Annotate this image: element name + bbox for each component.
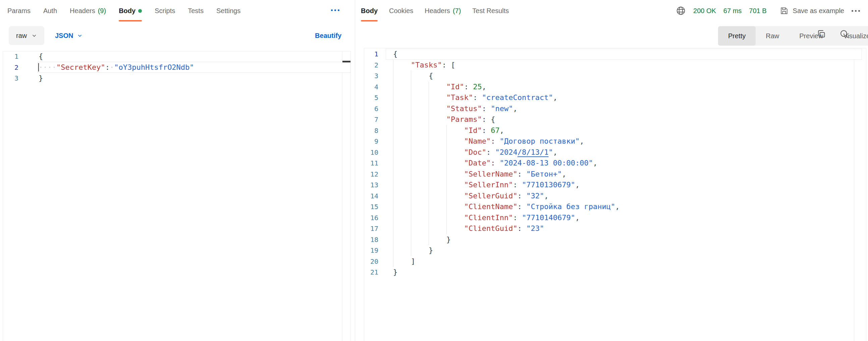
code-line[interactable]: 19} [364, 245, 854, 256]
code-line[interactable]: 2····"SecretKey":·"oY3puhHtsfrO2Ndb" [0, 62, 342, 73]
request-more-options-icon[interactable] [331, 9, 339, 11]
line-number: 6 [364, 103, 378, 114]
response-status-bar: 200 OK 67 ms 701 B Save as example [676, 0, 860, 22]
response-size[interactable]: 701 B [749, 7, 766, 15]
code-line[interactable]: 5"Task": "createContract", [364, 92, 854, 103]
gutter-spacer [378, 147, 393, 158]
tab-params[interactable]: Params [7, 0, 31, 22]
request-body-editor[interactable]: 1{2····"SecretKey":·"oY3puhHtsfrO2Ndb"3} [0, 51, 342, 84]
tab-settings[interactable]: Settings [216, 0, 241, 22]
tab-response-body[interactable]: Body [361, 0, 378, 22]
code-token: [ [451, 60, 455, 71]
code-token: "Id" [446, 82, 464, 93]
code-line[interactable]: 7"Params": { [364, 114, 854, 125]
code-line[interactable]: 15"ClientName": "Стройка без границ", [364, 201, 854, 212]
code-line[interactable]: 3} [0, 73, 342, 84]
response-tabs: Body Cookies Headers (7) Test Results [361, 0, 509, 22]
tab-test-results[interactable]: Test Results [472, 0, 509, 22]
indent-guide [411, 125, 429, 136]
view-tab-pretty[interactable]: Pretty [718, 26, 756, 46]
indent-guide [411, 82, 429, 93]
indent-guide [446, 223, 464, 234]
response-more-options-icon[interactable] [851, 10, 860, 12]
line-number: 9 [364, 136, 378, 147]
code-line[interactable]: 12"SellerName": "Бетон+", [364, 169, 854, 180]
code-line[interactable]: 2"Tasks": [ [364, 60, 854, 71]
code-token: " [549, 147, 553, 158]
indent-guide [411, 212, 429, 224]
globe-icon[interactable] [676, 6, 686, 16]
body-type-select[interactable]: raw [9, 26, 44, 45]
indent-guide [411, 201, 429, 212]
line-number: 2 [0, 62, 19, 73]
save-as-example-button[interactable]: Save as example [779, 6, 844, 16]
code-line[interactable]: 17"ClientGuid": "23" [364, 223, 854, 234]
search-icon[interactable] [838, 28, 850, 39]
code-line[interactable]: 16"ClientInn": "7710140679", [364, 212, 854, 224]
code-line[interactable]: 20] [364, 256, 854, 267]
line-number: 7 [364, 114, 378, 125]
indent-guide [393, 70, 411, 82]
code-line[interactable]: 18} [364, 234, 854, 245]
chevron-down-icon [32, 33, 37, 38]
code-token: : [518, 201, 527, 212]
indent-guide [446, 201, 464, 212]
code-line[interactable]: 1{ [364, 49, 854, 60]
indent-guide [393, 92, 411, 103]
response-time[interactable]: 67 ms [723, 7, 742, 15]
code-token: : [464, 82, 473, 93]
code-token: "SecretKey" [56, 62, 105, 73]
code-token: , [553, 147, 557, 158]
indent-guide [411, 179, 429, 191]
line-number: 13 [364, 179, 378, 191]
code-line[interactable]: 14"SellerGuid": "32", [364, 191, 854, 202]
code-token: 67 [491, 125, 500, 136]
code-line[interactable]: 6"Status": "new", [364, 103, 854, 114]
code-token: : [518, 223, 527, 234]
code-token: { [491, 114, 495, 125]
tab-body[interactable]: Body [119, 0, 142, 22]
code-line[interactable]: 9"Name": "Договор поставки", [364, 136, 854, 147]
code-line[interactable]: 10"Doc": "2024/8/13/1", [364, 147, 854, 158]
indent-guide [393, 125, 411, 136]
code-token: , [580, 136, 584, 147]
code-token: , [593, 158, 597, 169]
tab-response-headers[interactable]: Headers (7) [425, 0, 461, 22]
indent-guide [429, 136, 446, 147]
indent-guide [393, 223, 411, 234]
line-number: 2 [364, 60, 378, 71]
tab-tests[interactable]: Tests [188, 0, 204, 22]
copy-icon[interactable] [816, 28, 827, 39]
indent-guide [429, 201, 446, 212]
code-line[interactable]: 1{ [0, 51, 342, 62]
indent-guide [429, 223, 446, 234]
tab-scripts[interactable]: Scripts [155, 0, 175, 22]
code-line[interactable]: 3{ [364, 70, 854, 82]
code-line[interactable]: 11"Date": "2024-08-13 00:00:00", [364, 158, 854, 169]
line-number: 21 [364, 267, 378, 278]
code-line[interactable]: 21} [364, 267, 854, 278]
indent-guide [393, 212, 411, 224]
indent-guide [446, 179, 464, 191]
beautify-button[interactable]: Beautify [315, 26, 341, 45]
gutter-spacer [378, 169, 393, 180]
line-number: 17 [364, 223, 378, 234]
code-line[interactable]: 4"Id": 25, [364, 82, 854, 93]
response-headers-count-badge: (7) [453, 7, 461, 15]
tab-cookies[interactable]: Cookies [389, 0, 413, 22]
request-language-select[interactable]: JSON [55, 26, 83, 45]
tab-auth[interactable]: Auth [43, 0, 57, 22]
response-body-editor[interactable]: 1{2"Tasks": [3{4"Id": 25,5"Task": "creat… [364, 49, 854, 278]
view-tab-raw[interactable]: Raw [756, 26, 789, 46]
code-line[interactable]: 13"SellerInn": "7710130679", [364, 179, 854, 191]
code-line[interactable]: 8"Id": 67, [364, 125, 854, 136]
gutter-spacer [378, 136, 393, 147]
status-code[interactable]: 200 OK [693, 7, 716, 15]
code-token: "Name" [464, 136, 491, 147]
tab-headers[interactable]: Headers (9) [70, 0, 106, 22]
code-token: , [575, 212, 580, 224]
indent-guide [393, 158, 411, 169]
indent-guide [411, 158, 429, 169]
indent-guide [446, 125, 464, 136]
code-token: "Status" [446, 103, 482, 114]
